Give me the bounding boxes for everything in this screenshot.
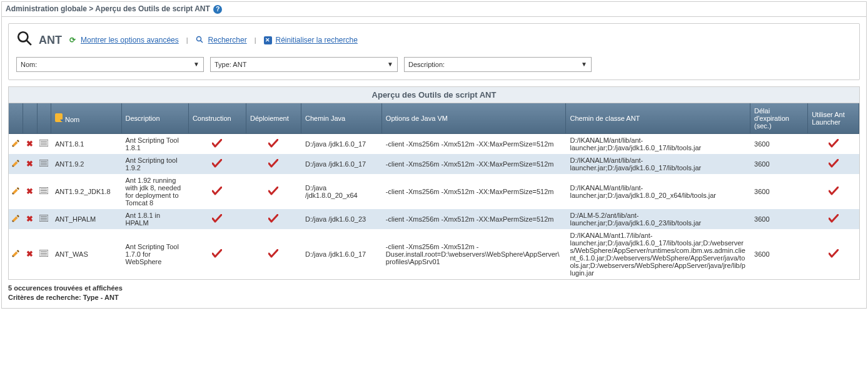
cell-delay: 3600 [750,154,808,174]
cell-desc: Ant Scripting Tool 1.8.1 [121,133,188,154]
results-panel: Aperçu des Outils de script ANT Nom Desc… [8,86,860,280]
chevron-down-icon: ▼ [387,61,393,68]
edit-icon[interactable] [11,162,20,169]
cell-deploiement [246,174,301,209]
cell-classpath: D:/IKANALM/ant/lib/ant-launcher.jar;D:/j… [566,154,750,174]
help-icon[interactable]: ? [213,5,222,14]
cell-java: D:/java /jdk1.6.0_17 [301,133,381,154]
delete-icon[interactable]: ✖ [26,159,33,168]
col-desc[interactable]: Description [121,103,188,134]
delete-icon[interactable]: ✖ [26,214,33,223]
cell-classpath: D:/ALM-5.2/ant/lib/ant-launcher.jar;D:/j… [566,209,750,229]
search-link[interactable]: Rechercher [208,36,247,44]
col-launcher[interactable]: Utiliser Ant Launcher [808,103,859,134]
cell-vm: -client -Xms256m -Xmx512m -XX:MaxPermSiz… [381,154,566,174]
cell-classpath: D:/IKANALM/ant/lib/ant-launcher.jar;D:/j… [566,133,750,154]
cell-launcher [808,229,859,279]
plus-icon: ⟳ [69,36,76,44]
cell-construction [188,174,246,209]
cell-delay: 3600 [750,209,808,229]
cell-construction [188,133,246,154]
col-vm[interactable]: Options de Java VM [381,103,566,134]
cell-construction [188,154,246,174]
edit-icon[interactable] [11,141,20,149]
edit-icon[interactable] [11,189,20,197]
delete-icon[interactable]: ✖ [26,187,33,196]
history-icon[interactable] [39,160,48,168]
cell-vm: -client -Xms256m -Xmx512m -Duser.install… [381,229,566,279]
cell-nom: ANT_WAS [51,229,122,279]
delete-icon[interactable]: ✖ [26,139,33,148]
edit-icon[interactable] [11,217,20,224]
cell-java: D:/java /jdk1.6.0_17 [301,229,381,279]
breadcrumb-page: Aperçu des Outils de script ANT [95,4,210,13]
cell-nom: ANT_HPALM [51,209,122,229]
cell-desc: Ant 1.92 running with jdk 8, needed for … [121,174,188,209]
results-table: Nom Description Construction Déploiement… [9,103,859,279]
results-title: Aperçu des Outils de script ANT [9,87,859,103]
cell-launcher [808,209,859,229]
table-row: ✖ANT1.9.2Ant Scripting tool 1.9.2D:/java… [9,154,859,174]
cell-desc: Ant Scripting tool 1.9.2 [121,154,188,174]
col-deploiement[interactable]: Déploiement [246,103,301,134]
reset-icon: ✕ [264,36,272,44]
cell-vm: -client -Xms256m -Xmx512m -XX:MaxPermSiz… [381,209,566,229]
cell-deploiement [246,209,301,229]
history-icon[interactable] [39,250,48,259]
cell-deploiement [246,154,301,174]
table-row: ✖ANT_WASAnt Scripting Tool 1.7.0 for Web… [9,229,859,279]
cell-delay: 3600 [750,174,808,209]
cell-vm: -client -Xms256m -Xmx512m -XX:MaxPermSiz… [381,174,566,209]
delete-icon[interactable]: ✖ [26,249,33,259]
cell-desc: Ant Scripting Tool 1.7.0 for WebSphere [121,229,188,279]
cell-vm: -client -Xms256m -Xmx512m -XX:MaxPermSiz… [381,133,566,154]
reset-link[interactable]: Réinitialiser la recherche [276,36,358,44]
search-panel: ANT ⟳ Montrer les options avancées | Rec… [8,23,860,80]
cell-nom: ANT1.9.2_JDK1.8 [51,174,122,209]
cell-construction [188,209,246,229]
advanced-options-link[interactable]: Montrer les options avancées [81,36,179,44]
cell-deploiement [246,133,301,154]
table-row: ✖ANT1.8.1Ant Scripting Tool 1.8.1D:/java… [9,133,859,154]
cell-classpath: D:/IKANALM/ant/lib/ant-launcher.jar;D:/j… [566,174,750,209]
cell-launcher [808,154,859,174]
filter-type[interactable]: Type: ANT ▼ [210,57,398,72]
sort-icon [55,113,63,122]
search-icon [16,30,33,51]
results-footer: 5 occurences trouvées et affichées Critè… [8,284,860,303]
svg-line-3 [200,40,203,43]
cell-nom: ANT1.8.1 [51,133,122,154]
chevron-down-icon: ▼ [581,61,587,68]
breadcrumb: Administration globale > Aperçu des Outi… [2,2,866,17]
col-delay[interactable]: Délai d'expiration (sec.) [750,103,808,134]
col-classpath[interactable]: Chemin de classe ANT [566,103,750,134]
table-row: ✖ANT_HPALMAnt 1.8.1 in HPALMD:/java /jdk… [9,209,859,229]
breadcrumb-root: Administration globale [6,4,87,13]
cell-deploiement [246,229,301,279]
cell-delay: 3600 [750,133,808,154]
search-small-icon [196,36,203,45]
cell-desc: Ant 1.8.1 in HPALM [121,209,188,229]
filter-description[interactable]: Description: ▼ [404,57,592,72]
result-count: 5 occurences trouvées et affichées [8,284,860,293]
history-icon[interactable] [39,187,48,196]
filter-name[interactable]: Nom: ▼ [16,57,204,72]
svg-point-0 [18,32,28,41]
cell-construction [188,229,246,279]
svg-line-1 [26,40,31,45]
table-header-row: Nom Description Construction Déploiement… [9,103,859,134]
cell-java: D:/java /jdk1.6.0_17 [301,154,381,174]
chevron-down-icon: ▼ [193,61,199,68]
history-icon[interactable] [39,215,48,223]
col-nom[interactable]: Nom [51,103,122,134]
edit-icon[interactable] [11,252,20,259]
cell-launcher [808,133,859,154]
col-java[interactable]: Chemin Java [301,103,381,134]
cell-delay: 3600 [750,229,808,279]
cell-nom: ANT1.9.2 [51,154,122,174]
cell-classpath: D:/IKANALM/ant1.7/lib/ant-launcher.jar;D… [566,229,750,279]
search-criteria: Critères de recherche: Type - ANT [8,293,860,302]
col-construction[interactable]: Construction [188,103,246,134]
history-icon[interactable] [39,140,48,148]
cell-java: D:/java /jdk1.8.0_20_x64 [301,174,381,209]
